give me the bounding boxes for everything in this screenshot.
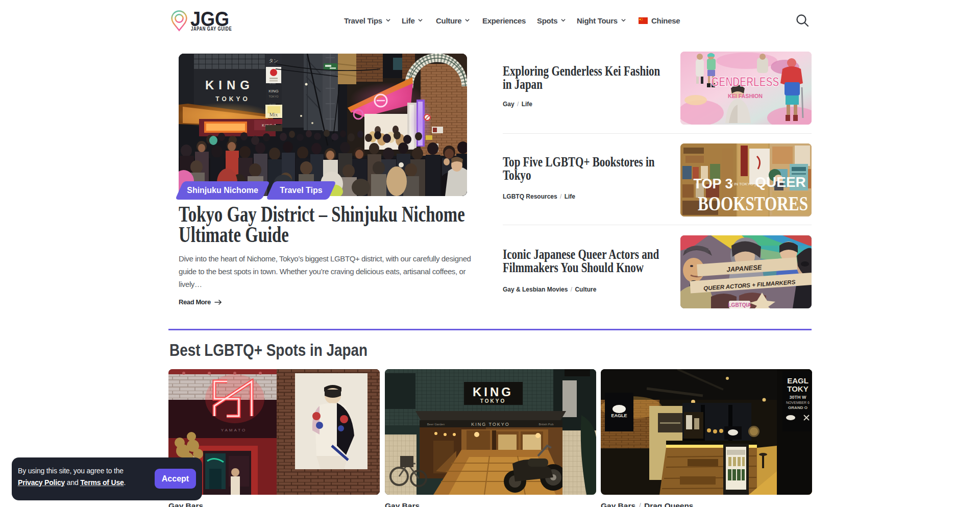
svg-text:NOVEMBER 6: NOVEMBER 6 (786, 401, 810, 404)
svg-text:GRAND O: GRAND O (788, 405, 807, 410)
svg-text:QUEER: QUEER (755, 174, 806, 190)
svg-text:EAGL: EAGL (787, 376, 808, 385)
svg-text:TOKY: TOKY (787, 384, 808, 393)
svg-text:30TH W: 30TH W (789, 395, 806, 400)
svg-text:LGBTQIA: LGBTQIA (728, 302, 751, 308)
svg-text:Mix: Mix (270, 112, 278, 117)
svg-text:KEI FASHION: KEI FASHION (728, 93, 763, 99)
svg-text:British Pub: British Pub (538, 423, 554, 426)
svg-text:EAGLE: EAGLE (611, 413, 627, 418)
svg-text:{ IN TOKYO }: { IN TOKYO } (731, 182, 756, 186)
svg-text:BOOKSTORES: BOOKSTORES (698, 192, 808, 215)
svg-text:TOKYO: TOKYO (215, 95, 250, 103)
svg-text:タン: タン (269, 58, 278, 63)
svg-text:Beer Garden: Beer Garden (427, 423, 445, 426)
svg-text:KING: KING (473, 385, 513, 399)
svg-text:YAMATO: YAMATO (221, 428, 247, 432)
svg-text:KING: KING (268, 89, 279, 93)
svg-text:KING: KING (205, 78, 254, 92)
svg-text:TOKYO: TOKYO (268, 95, 279, 98)
svg-text:TOP 3: TOP 3 (693, 176, 732, 191)
svg-text:GENDERLESS: GENDERLESS (712, 74, 779, 89)
svg-text:TOKYO: TOKYO (480, 398, 506, 404)
svg-text:KING TOKYO: KING TOKYO (471, 422, 510, 427)
